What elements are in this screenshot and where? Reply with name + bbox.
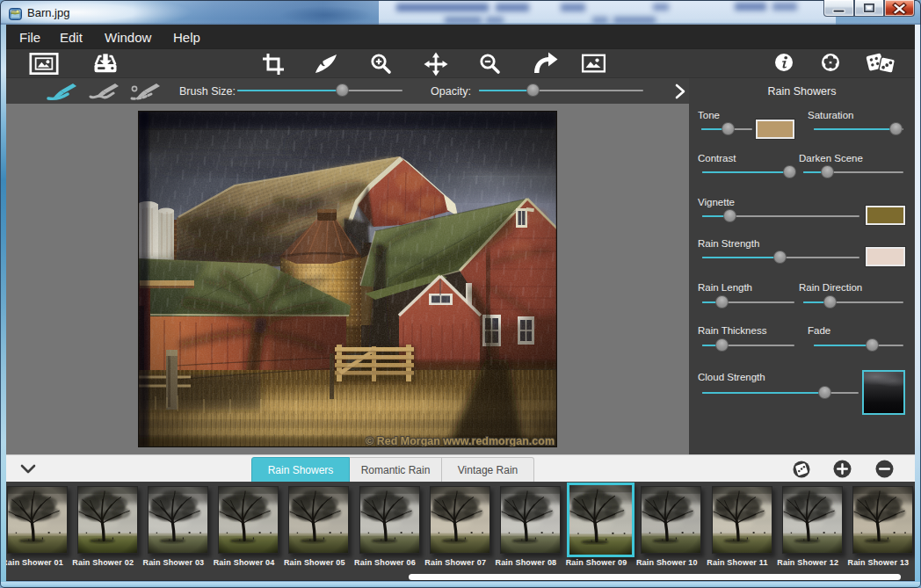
svg-text:© Red Morgan www.redmorgan.co: © Red Morgan www.redmorgan.com (366, 435, 555, 447)
